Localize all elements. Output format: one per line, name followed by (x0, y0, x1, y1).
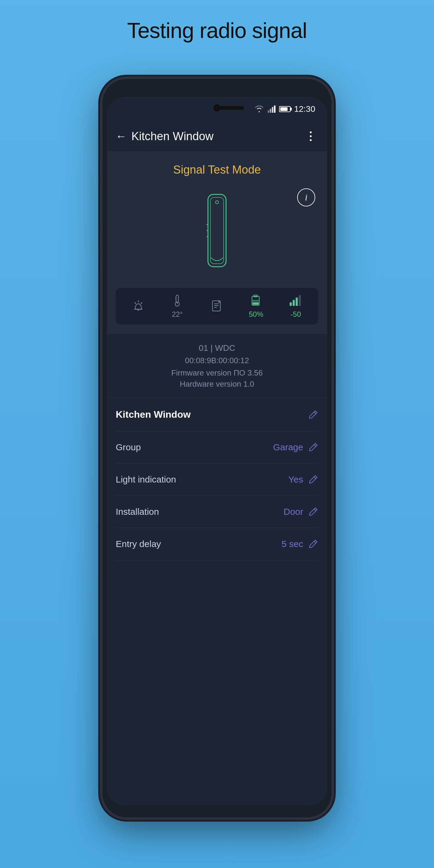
entry-delay-value-area: 5 sec (281, 539, 318, 549)
svg-point-6 (216, 201, 218, 204)
content-area: Signal Test Mode (107, 151, 327, 805)
sensor-status-bar: 22° (116, 288, 318, 324)
back-button[interactable]: ← Kitchen Window (116, 130, 303, 143)
status-icons: 12:30 (254, 104, 315, 114)
svg-rect-3 (274, 105, 276, 113)
note-status-item (210, 300, 223, 313)
svg-line-28 (314, 444, 316, 446)
edit-icon[interactable] (308, 410, 318, 420)
installation-edit-icon[interactable] (308, 507, 318, 517)
entry-delay-value: 5 sec (281, 539, 303, 549)
device-info-section: 01 | WDC 00:08:9B:00:00:12 Firmware vers… (107, 334, 327, 398)
device-id: 01 | WDC (116, 343, 318, 353)
phone-wrapper: 12:30 ← Kitchen Window Signal (102, 79, 332, 817)
temperature-status-item: 22° (170, 294, 184, 318)
device-mac: 00:08:9B:00:00:12 (116, 356, 318, 365)
speaker-notch (220, 106, 244, 110)
signal-strength-status-item: -50 (289, 294, 302, 318)
group-edit-icon[interactable] (308, 442, 318, 453)
svg-rect-0 (268, 110, 269, 113)
signal-section: Signal Test Mode (107, 151, 327, 334)
entry-delay-edit-icon[interactable] (308, 539, 318, 549)
signal-icon (268, 105, 276, 113)
svg-line-27 (314, 412, 316, 414)
svg-rect-24 (293, 300, 295, 306)
svg-rect-21 (253, 302, 258, 305)
signal-strength-icon (289, 294, 302, 307)
status-bar: 12:30 (107, 97, 327, 121)
installation-label: Installation (116, 507, 159, 517)
svg-rect-1 (270, 109, 271, 113)
signal-strength-label: -50 (290, 310, 301, 318)
svg-rect-22 (253, 300, 258, 302)
note-icon (210, 300, 223, 313)
svg-line-29 (314, 477, 316, 478)
settings-row-entry-delay: Entry delay 5 sec (116, 528, 318, 560)
header-title: Kitchen Window (131, 130, 213, 143)
settings-row-light-indication: Light indication Yes (116, 464, 318, 496)
alarm-status-item (132, 300, 145, 313)
light-indication-label: Light indication (116, 474, 176, 485)
more-options-button[interactable] (303, 129, 318, 144)
more-dot (310, 131, 312, 133)
page-title: Testing radio signal (127, 18, 307, 43)
battery-label: 50% (249, 310, 264, 318)
svg-rect-4 (208, 194, 226, 267)
svg-line-30 (314, 509, 316, 511)
svg-rect-23 (290, 302, 292, 306)
signal-test-mode-title: Signal Test Mode (116, 163, 318, 176)
sensor-visual-area: i (116, 185, 318, 282)
wifi-icon (254, 105, 264, 113)
settings-row-name: Kitchen Window (116, 398, 318, 431)
svg-rect-5 (210, 197, 224, 264)
back-arrow-icon: ← (116, 130, 127, 143)
settings-row-group: Group Garage (116, 431, 318, 464)
camera-notch (213, 104, 221, 112)
battery-icon (279, 106, 290, 112)
group-value: Garage (273, 442, 303, 453)
settings-row-installation: Installation Door (116, 496, 318, 528)
settings-section: Kitchen Window Group Garage (107, 398, 327, 560)
more-dot (310, 139, 312, 141)
svg-rect-25 (296, 298, 298, 306)
battery-status-icon (250, 294, 263, 307)
group-value-area: Garage (273, 442, 318, 453)
installation-value-area: Door (284, 507, 318, 517)
light-indication-value-area: Yes (288, 474, 318, 485)
svg-rect-2 (272, 107, 273, 113)
device-firmware: Firmware version ПО 3.56 (116, 368, 318, 378)
group-label: Group (116, 442, 141, 453)
installation-value: Door (284, 507, 303, 517)
device-name-edit-area (308, 410, 318, 420)
phone-shell: 12:30 ← Kitchen Window Signal (102, 79, 332, 817)
app-header: ← Kitchen Window (107, 121, 327, 151)
more-dot (310, 135, 312, 137)
device-hardware: Hardware version 1.0 (116, 379, 318, 389)
battery-status-item: 50% (249, 294, 264, 318)
alarm-icon (132, 300, 145, 313)
sensor-device-icon (202, 191, 232, 276)
device-name-label: Kitchen Window (116, 409, 191, 420)
temperature-label: 22° (172, 310, 183, 318)
thermometer-icon (170, 294, 184, 307)
status-time: 12:30 (294, 104, 315, 114)
light-indication-value: Yes (288, 474, 303, 485)
entry-delay-label: Entry delay (116, 539, 161, 549)
info-icon: i (305, 192, 307, 203)
phone-screen: 12:30 ← Kitchen Window Signal (107, 97, 327, 805)
svg-rect-10 (176, 295, 179, 302)
svg-line-31 (314, 541, 316, 543)
light-indication-edit-icon[interactable] (308, 474, 318, 485)
info-button[interactable]: i (297, 188, 315, 207)
svg-rect-26 (299, 295, 301, 306)
